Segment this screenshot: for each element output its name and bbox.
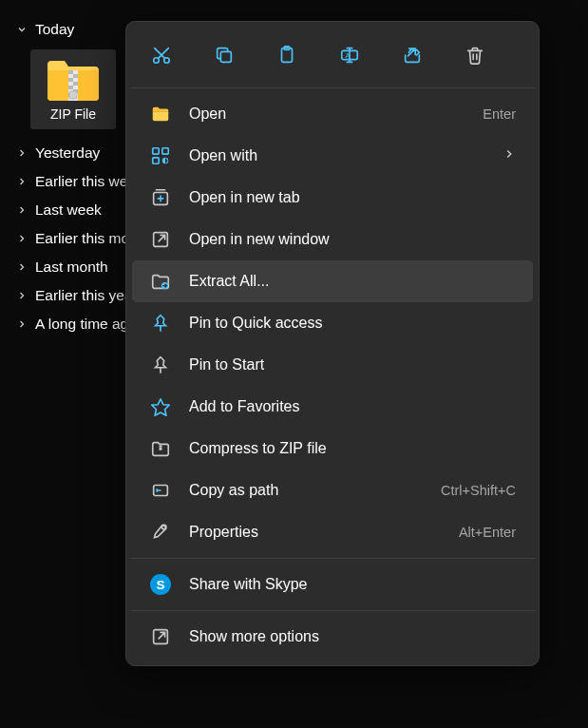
context-toolbar: A	[126, 28, 539, 83]
menu-label: Extract All...	[189, 273, 516, 290]
zip-icon	[149, 437, 172, 460]
svg-rect-3	[68, 78, 73, 82]
chevron-right-icon	[15, 260, 28, 274]
menu-shortcut: Ctrl+Shift+C	[441, 483, 516, 498]
group-label: Last week	[35, 201, 102, 219]
pin-icon	[149, 312, 172, 335]
chevron-down-icon	[15, 23, 28, 36]
delete-button[interactable]	[457, 37, 493, 73]
menu-label: Copy as path	[189, 482, 424, 499]
menu-open[interactable]: Open Enter	[132, 93, 533, 135]
group-label: A long time ago	[35, 316, 137, 333]
svg-rect-2	[73, 74, 78, 78]
chevron-right-icon	[15, 232, 28, 245]
rename-button[interactable]: A	[332, 37, 368, 73]
menu-label: Pin to Start	[189, 356, 516, 374]
menu-share-skype[interactable]: S Share with Skype	[132, 564, 533, 605]
svg-rect-19	[162, 148, 168, 154]
menu-label: Pin to Quick access	[189, 315, 516, 332]
open-with-icon	[149, 144, 172, 167]
folder-open-icon	[149, 103, 172, 125]
star-icon	[149, 395, 172, 418]
chevron-right-icon	[503, 147, 516, 164]
zip-folder-icon	[46, 57, 101, 101]
menu-label: Properties	[189, 524, 442, 541]
new-window-icon	[149, 228, 172, 251]
skype-icon: S	[149, 573, 172, 596]
chevron-right-icon	[15, 146, 28, 160]
group-label: Last month	[35, 259, 108, 276]
svg-rect-1	[68, 70, 73, 74]
menu-copy-path[interactable]: Copy as path Ctrl+Shift+C	[132, 469, 533, 511]
svg-rect-8	[69, 91, 77, 99]
context-menu: A Open Enter Open with Open in new tab	[125, 21, 540, 666]
svg-point-28	[161, 525, 166, 529]
menu-label: Open	[189, 105, 465, 123]
menu-label: Share with Skype	[189, 576, 516, 593]
menu-add-favorites[interactable]: Add to Favorites	[132, 386, 533, 428]
svg-marker-25	[152, 399, 169, 415]
group-label: Earlier this year	[35, 287, 138, 304]
menu-show-more[interactable]: Show more options	[132, 616, 533, 658]
menu-label: Open in new tab	[189, 189, 516, 206]
chevron-right-icon	[15, 203, 28, 217]
separator	[130, 558, 535, 559]
menu-compress-zip[interactable]: Compress to ZIP file	[132, 428, 533, 469]
new-tab-icon	[149, 186, 172, 209]
copy-path-icon	[149, 479, 172, 502]
chevron-right-icon	[15, 175, 28, 188]
svg-rect-20	[153, 158, 159, 163]
menu-open-with[interactable]: Open with	[132, 135, 533, 177]
group-label: Yesterday	[35, 144, 100, 162]
menu-label: Show more options	[189, 628, 516, 645]
group-label: Today	[35, 21, 74, 38]
copy-button[interactable]	[206, 37, 242, 73]
menu-label: Open with	[189, 147, 485, 164]
properties-icon	[149, 521, 172, 544]
svg-rect-27	[156, 489, 158, 492]
menu-pin-start[interactable]: Pin to Start	[132, 344, 533, 386]
pin-start-icon	[149, 354, 172, 376]
svg-rect-13	[220, 51, 231, 62]
file-item-zip[interactable]: ZIP File	[30, 49, 116, 129]
menu-label: Add to Favorites	[189, 398, 516, 415]
separator	[130, 87, 535, 88]
share-button[interactable]	[394, 37, 430, 73]
separator	[130, 610, 535, 611]
svg-text:A: A	[345, 51, 350, 60]
svg-rect-5	[68, 86, 73, 89]
menu-shortcut: Alt+Enter	[459, 525, 516, 540]
extract-icon	[149, 270, 172, 293]
menu-open-new-tab[interactable]: Open in new tab	[132, 177, 533, 219]
chevron-right-icon	[15, 289, 28, 302]
chevron-right-icon	[15, 317, 28, 331]
cut-button[interactable]	[143, 37, 180, 73]
file-label: ZIP File	[50, 106, 96, 122]
menu-properties[interactable]: Properties Alt+Enter	[132, 511, 533, 553]
menu-label: Open in new window	[189, 231, 516, 248]
svg-rect-4	[73, 82, 78, 86]
menu-label: Compress to ZIP file	[189, 440, 516, 457]
menu-pin-quick-access[interactable]: Pin to Quick access	[132, 302, 533, 344]
paste-button[interactable]	[269, 37, 305, 73]
menu-extract-all[interactable]: Extract All...	[132, 260, 533, 302]
menu-shortcut: Enter	[483, 106, 516, 122]
menu-open-new-window[interactable]: Open in new window	[132, 219, 533, 260]
svg-rect-18	[153, 148, 159, 154]
show-more-icon	[149, 625, 172, 648]
